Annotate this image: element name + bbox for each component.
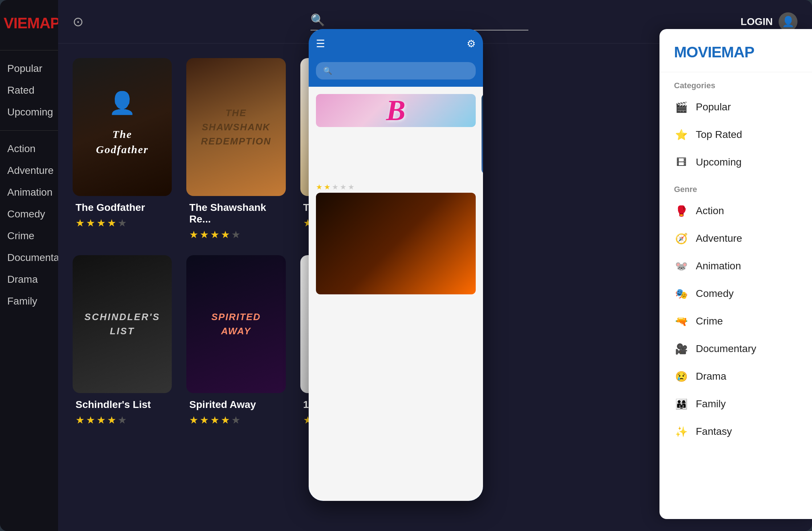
- dropdown-adventure-label: Adventure: [696, 233, 742, 244]
- dropdown-genre-title: Genre: [659, 176, 812, 197]
- movie-info-godfather: The Godfather ★ ★ ★ ★ ★: [73, 196, 172, 229]
- search-container: 🔍: [98, 13, 740, 30]
- movie-title-shawshank: The Shawshank Re...: [189, 202, 283, 225]
- stars-spirited: ★ ★ ★ ★ ★: [189, 414, 283, 426]
- sidebar-item-comedy[interactable]: Comedy: [0, 203, 58, 225]
- dropdown-popular-label: Popular: [696, 101, 731, 113]
- stars-schindler: ★ ★ ★ ★ ★: [76, 414, 169, 426]
- mobile-content: B ★ ★ ★ ★ ★: [309, 87, 483, 501]
- mobile-star-2: ★: [324, 183, 330, 191]
- dropdown-top-rated-label: Top Rated: [696, 129, 742, 140]
- movie-card-godfather[interactable]: 👤 The Godfather The Godfather ★ ★ ★ ★ ★: [73, 58, 172, 241]
- mobile-movie-strip-1: B: [309, 87, 483, 181]
- movie-info-spirited: Spirited Away ★ ★ ★ ★ ★: [186, 393, 285, 426]
- movie-info-shawshank: The Shawshank Re... ★ ★ ★ ★ ★: [186, 196, 285, 241]
- sidebar-item-documentary[interactable]: Documentary: [0, 247, 58, 269]
- sidebar-item-family[interactable]: Family: [0, 290, 58, 312]
- sidebar-item-adventure[interactable]: Adventure: [0, 160, 58, 181]
- sidebar-item-crime[interactable]: Crime: [0, 225, 58, 247]
- mobile-header: ☰ ⚙: [309, 29, 483, 58]
- star-2: ★: [200, 229, 209, 241]
- sidebar-item-rated[interactable]: Rated: [0, 79, 58, 101]
- movie-title-spirited: Spirited Away: [189, 399, 283, 410]
- dropdown-categories-title: Categories: [659, 72, 812, 93]
- mobile-thumb-barbie[interactable]: B: [316, 94, 476, 127]
- mobile-search-bar[interactable]: 🔍: [316, 62, 476, 79]
- login-button[interactable]: LOGIN 👤: [740, 12, 797, 31]
- movie-poster-spirited: SPIRITEDAWAY: [186, 255, 285, 393]
- dropdown-action[interactable]: 🥊 Action: [659, 197, 812, 225]
- star-5: ★: [118, 414, 127, 426]
- movie-card-shawshank[interactable]: THE SHAWSHANKREDEMPTION The Shawshank Re…: [186, 58, 285, 241]
- dropdown-documentary[interactable]: 🎥 Documentary: [659, 335, 812, 363]
- star-2: ★: [200, 414, 209, 426]
- sidebar-item-upcoming[interactable]: Upcoming: [0, 101, 58, 123]
- star-5: ★: [118, 217, 127, 229]
- dropdown-header: MOVIEMAP: [659, 29, 812, 72]
- star-3: ★: [97, 414, 106, 426]
- desktop-app: VIEMAP Popular Rated Upcoming Action Adv…: [0, 0, 812, 531]
- stars-godfather: ★ ★ ★ ★ ★: [76, 217, 169, 229]
- mobile-star-4: ★: [340, 183, 346, 191]
- dropdown-adventure[interactable]: 🧭 Adventure: [659, 225, 812, 252]
- movie-card-spirited[interactable]: SPIRITEDAWAY Spirited Away ★ ★ ★ ★ ★: [186, 255, 285, 426]
- search-input[interactable]: [331, 14, 528, 26]
- dropdown-upcoming[interactable]: 🎞 Upcoming: [659, 148, 812, 176]
- crime-icon: 🔫: [674, 314, 689, 328]
- dropdown-family[interactable]: 👨‍👩‍👧 Family: [659, 390, 812, 418]
- action-icon: 🥊: [674, 204, 689, 218]
- movie-card-schindler[interactable]: SCHINDLER'SLIST Schindler's List ★ ★ ★ ★…: [73, 255, 172, 426]
- star-4: ★: [107, 414, 116, 426]
- avatar-icon: 👤: [779, 12, 797, 31]
- sidebar-item-popular[interactable]: Popular: [0, 58, 58, 79]
- dropdown-fantasy[interactable]: ✨ Fantasy: [659, 418, 812, 445]
- movie-title-schindler: Schindler's List: [76, 399, 169, 410]
- star-5: ★: [231, 229, 240, 241]
- stars-shawshank: ★ ★ ★ ★ ★: [189, 229, 283, 241]
- fantasy-icon: ✨: [674, 424, 689, 439]
- movie-info-schindler: Schindler's List ★ ★ ★ ★ ★: [73, 393, 172, 426]
- dropdown-crime[interactable]: 🔫 Crime: [659, 307, 812, 335]
- star-4: ★: [221, 414, 230, 426]
- family-icon: 👨‍👩‍👧: [674, 397, 689, 411]
- sidebar-item-animation[interactable]: Animation: [0, 181, 58, 203]
- dropdown-documentary-label: Documentary: [696, 343, 756, 355]
- dropdown-animation-label: Animation: [696, 260, 741, 272]
- dropdown-animation[interactable]: 🐭 Animation: [659, 252, 812, 280]
- sidebar-item-drama[interactable]: Drama: [0, 269, 58, 290]
- dropdown-top-rated[interactable]: ⭐ Top Rated: [659, 121, 812, 148]
- movie-poster-schindler: SCHINDLER'SLIST: [73, 255, 172, 393]
- dropdown-drama[interactable]: 😢 Drama: [659, 363, 812, 390]
- brightness-icon[interactable]: ⊙: [73, 14, 84, 29]
- star-1: ★: [76, 414, 85, 426]
- mobile-star-1: ★: [316, 183, 322, 191]
- dropdown-logo: MOVIEMAP: [674, 44, 797, 61]
- mobile-menu-icon[interactable]: ☰: [316, 38, 325, 50]
- dropdown-popular[interactable]: 🎬 Popular: [659, 93, 812, 121]
- sidebar-divider: [0, 50, 58, 50]
- mobile-thumb-2[interactable]: [482, 94, 483, 174]
- sidebar-categories: Popular Rated Upcoming: [0, 54, 58, 127]
- star-3: ★: [210, 229, 219, 241]
- search-icon: 🔍: [310, 13, 325, 27]
- sidebar: VIEMAP Popular Rated Upcoming Action Adv…: [0, 0, 58, 531]
- mobile-movie-strip-2: [309, 193, 483, 302]
- star-1: ★: [189, 414, 198, 426]
- upcoming-icon: 🎞: [674, 155, 689, 169]
- mobile-search-row: 🔍: [309, 58, 483, 87]
- mobile-star-3: ★: [332, 183, 338, 191]
- search-bar: 🔍: [310, 13, 528, 30]
- sidebar-item-action[interactable]: Action: [0, 138, 58, 160]
- star-4: ★: [221, 229, 230, 241]
- star-2: ★: [86, 217, 95, 229]
- mobile-settings-icon[interactable]: ⚙: [467, 38, 476, 50]
- top-rated-icon: ⭐: [674, 127, 689, 142]
- mobile-thumb-oppenheimer[interactable]: [316, 193, 476, 294]
- movie-title-godfather: The Godfather: [76, 202, 169, 213]
- sidebar-logo: VIEMAP: [0, 15, 58, 46]
- mobile-rating-1: ★ ★ ★ ★ ★: [309, 181, 483, 193]
- popular-icon: 🎬: [674, 100, 689, 114]
- login-label: LOGIN: [740, 16, 773, 28]
- dropdown-comedy[interactable]: 🎭 Comedy: [659, 280, 812, 307]
- animation-icon: 🐭: [674, 259, 689, 273]
